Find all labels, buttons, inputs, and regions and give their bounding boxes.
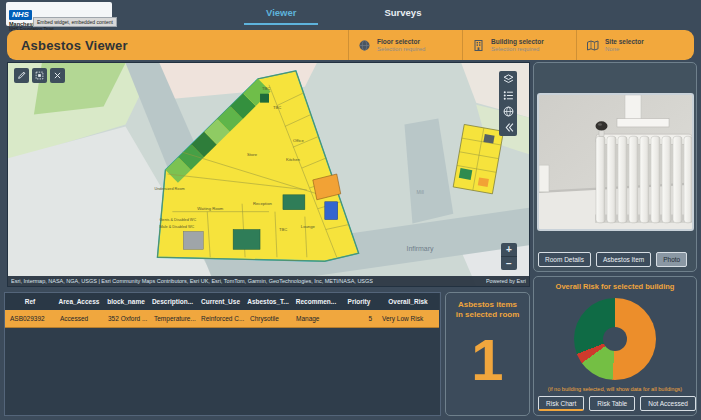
svg-text:Store: Store bbox=[247, 152, 258, 157]
kpi-card: Asbestos items in selected room 1 bbox=[445, 292, 530, 416]
map-toolbar-left bbox=[14, 68, 65, 83]
col-overall-risk[interactable]: Overall_Risk bbox=[377, 293, 439, 310]
svg-text:Lounge: Lounge bbox=[301, 224, 316, 229]
col-asbestos-type[interactable]: Asbestos_T... bbox=[245, 293, 291, 310]
layers-icon[interactable] bbox=[503, 74, 514, 85]
kpi-value: 1 bbox=[446, 321, 529, 399]
building-selector-label: Building selector bbox=[491, 38, 544, 46]
floor-selector[interactable]: Floor selector Selection required bbox=[348, 30, 462, 60]
cell-ref: ASB029392 bbox=[5, 310, 55, 328]
floor-selector-label: Floor selector bbox=[377, 38, 425, 46]
asbestos-photo bbox=[537, 93, 694, 231]
legend-icon[interactable] bbox=[503, 90, 514, 101]
radiator bbox=[596, 121, 693, 223]
tab-photo[interactable]: Photo bbox=[656, 252, 687, 267]
site-selector[interactable]: Site selector None bbox=[576, 30, 690, 60]
draw-pen-button[interactable] bbox=[14, 68, 29, 83]
tab-asbestos-item[interactable]: Asbestos Item bbox=[596, 252, 651, 267]
attribution-text: Esri, Intermap, NASA, NGA, USGS | Esri C… bbox=[11, 278, 373, 284]
cell-area-access: Accessed bbox=[55, 310, 103, 328]
svg-text:Male & Disabled WC: Male & Disabled WC bbox=[159, 225, 194, 229]
col-ref[interactable]: Ref bbox=[5, 293, 55, 310]
gray-room bbox=[183, 231, 203, 249]
building-selector-value: Selection required bbox=[491, 46, 544, 53]
cell-description: Temperature... bbox=[149, 310, 196, 328]
cell-asbestos-type: Chrysotile bbox=[245, 310, 291, 328]
table-row[interactable]: ASB029392 Accessed 352 Oxford ... Temper… bbox=[5, 310, 440, 328]
building-selector[interactable]: Building selector Selection required bbox=[462, 30, 576, 60]
street-label-mill: Mill bbox=[416, 190, 423, 195]
risk-panel-caption: (if no building selected, will show data… bbox=[534, 386, 696, 393]
collapse-panel-icon[interactable] bbox=[503, 122, 514, 133]
map-attribution: Esri, Intermap, NASA, NGA, USGS | Esri C… bbox=[8, 276, 529, 286]
basemap-globe-icon[interactable] bbox=[503, 106, 514, 117]
page-title: Asbestos Viewer bbox=[21, 38, 128, 53]
tab-risk-table[interactable]: Risk Table bbox=[589, 396, 635, 411]
col-recommendation[interactable]: Recommen... bbox=[291, 293, 341, 310]
frame-icon bbox=[35, 71, 44, 80]
kpi-title: Asbestos items in selected room bbox=[446, 300, 529, 321]
risk-panel-tabs: Risk Chart Risk Table Not Accessed bbox=[538, 396, 696, 411]
zoom-in-button[interactable]: + bbox=[501, 243, 517, 257]
zoom-out-button[interactable]: − bbox=[501, 257, 517, 270]
cell-overall-risk: Very Low Risk bbox=[377, 310, 439, 328]
tab-surveys[interactable]: Surveys bbox=[362, 5, 443, 25]
cell-recommendation: Manage bbox=[291, 310, 341, 328]
building-icon bbox=[472, 39, 485, 52]
top-header: NHS Manchester University NHS Foundation… bbox=[0, 0, 701, 28]
tab-viewer[interactable]: Viewer bbox=[244, 5, 318, 25]
floor-selector-value: Selection required bbox=[377, 46, 425, 53]
floorplan-map[interactable]: TBC TBC TBC Store Kitchen Waiting Room R… bbox=[8, 63, 529, 286]
photo-panel: Room Details Asbestos Item Photo bbox=[533, 62, 697, 272]
valve-knob bbox=[596, 121, 608, 130]
tab-risk-chart[interactable]: Risk Chart bbox=[538, 396, 584, 411]
risk-panel: Overall Risk for selected building (if n… bbox=[533, 276, 697, 416]
svg-text:Gents & Disabled WC: Gents & Disabled WC bbox=[159, 218, 196, 222]
map-zoom-control: + − bbox=[501, 243, 517, 270]
embed-widget-tooltip: Embed widget, embedded content bbox=[33, 17, 117, 27]
title-banner: Asbestos Viewer Floor selector Selection… bbox=[7, 30, 694, 60]
col-priority[interactable]: Priority bbox=[341, 293, 377, 310]
asbestos-viewer-app: NHS Manchester University NHS Foundation… bbox=[0, 0, 701, 420]
col-block-name[interactable]: block_name bbox=[103, 293, 149, 310]
svg-text:TBC: TBC bbox=[279, 227, 287, 232]
dark-green-room bbox=[260, 94, 269, 103]
risk-donut-chart[interactable] bbox=[574, 298, 656, 380]
svg-text:Reception: Reception bbox=[253, 201, 272, 206]
svg-text:Waiting Room: Waiting Room bbox=[197, 206, 224, 211]
svg-text:Office: Office bbox=[293, 138, 304, 143]
blue-room bbox=[325, 202, 338, 220]
select-extent-button[interactable] bbox=[32, 68, 47, 83]
col-area-access[interactable]: Area_Access bbox=[55, 293, 103, 310]
col-description[interactable]: Description... bbox=[149, 293, 196, 310]
table-header-row: Ref Area_Access block_name Description..… bbox=[5, 293, 440, 310]
map-toolbar-right bbox=[499, 71, 517, 136]
radiator-photo bbox=[539, 95, 692, 229]
col-current-use[interactable]: Current_Use bbox=[196, 293, 245, 310]
pen-icon bbox=[17, 71, 26, 80]
map-icon bbox=[586, 39, 599, 52]
tab-room-details[interactable]: Room Details bbox=[538, 252, 591, 267]
close-icon bbox=[53, 71, 62, 80]
site-selector-value: None bbox=[605, 46, 644, 53]
nhs-logo-mark: NHS bbox=[9, 10, 32, 20]
cell-current-use: Reinforced C... bbox=[196, 310, 245, 328]
nhs-logo: NHS Manchester University NHS Foundation… bbox=[6, 2, 112, 26]
photo-panel-tabs: Room Details Asbestos Item Photo bbox=[538, 252, 687, 267]
svg-text:Undersized Room: Undersized Room bbox=[154, 187, 184, 191]
map-panel: TBC TBC TBC Store Kitchen Waiting Room R… bbox=[7, 62, 530, 287]
cell-priority: 5 bbox=[341, 310, 377, 328]
svg-text:TBC: TBC bbox=[273, 105, 281, 110]
powered-by-esri: Powered by Esri bbox=[486, 278, 526, 284]
teal-room bbox=[233, 230, 260, 250]
asbestos-items-table: Ref Area_Access block_name Description..… bbox=[4, 292, 441, 416]
close-selection-button[interactable] bbox=[50, 68, 65, 83]
site-selector-label: Site selector bbox=[605, 38, 644, 46]
street-label-infirmary: Infirmary bbox=[406, 245, 434, 253]
globe-icon bbox=[358, 39, 371, 52]
tab-not-accessed[interactable]: Not Accessed bbox=[640, 396, 696, 411]
svg-text:TBC: TBC bbox=[262, 86, 270, 91]
risk-panel-title: Overall Risk for selected building bbox=[534, 282, 696, 291]
selector-group: Floor selector Selection required Buildi… bbox=[348, 30, 690, 60]
teal-room bbox=[283, 195, 305, 210]
